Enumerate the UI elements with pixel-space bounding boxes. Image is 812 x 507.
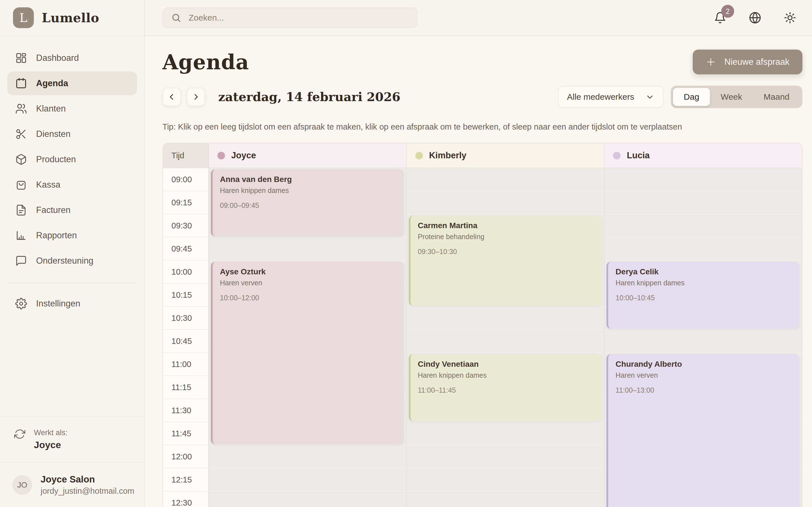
appointment-block[interactable]: Carmen MartinaProteine behandeling09:30–… (409, 216, 602, 305)
time-slot-cell[interactable] (407, 168, 604, 191)
appointment-time: 10:00–10:45 (615, 294, 792, 302)
refresh-icon (14, 429, 26, 440)
time-slot-cell[interactable] (209, 445, 406, 468)
staff-filter-value: Alle medewerkers (567, 92, 634, 102)
sidebar: L Lumello DashboardAgendaKlantenDiensten… (0, 0, 145, 507)
main-content: Agenda Nieuwe afspraak zaterdag, 14 febr… (145, 36, 812, 507)
time-slot-cell[interactable] (407, 468, 604, 492)
appointment-block[interactable]: Churandy AlbertoHaren verven11:00–13:00 (606, 354, 799, 507)
time-slot-cell[interactable] (209, 468, 406, 492)
time-slot-cell[interactable] (407, 191, 604, 214)
view-toggle-week[interactable]: Week (710, 88, 753, 106)
search-icon (171, 13, 181, 23)
time-label: 12:30 (163, 492, 208, 507)
time-slot-cell[interactable] (407, 330, 604, 353)
time-slot-cell[interactable] (605, 330, 802, 353)
previous-day-button[interactable] (162, 88, 181, 106)
time-slot-cell[interactable] (209, 492, 406, 507)
plus-icon (706, 57, 716, 67)
users-icon (15, 103, 27, 115)
time-label: 11:15 (163, 376, 208, 399)
sidebar-item-rapporten[interactable]: Rapporten (7, 224, 137, 247)
sidebar-item-label: Ondersteuning (36, 256, 93, 266)
new-appointment-button[interactable]: Nieuwe afspraak (693, 50, 802, 74)
staff-name: Kimberly (429, 151, 467, 161)
sidebar-item-agenda[interactable]: Agenda (7, 71, 137, 95)
next-day-button[interactable] (187, 88, 205, 106)
calendar: Tijd JoyceKimberlyLucia 09:0009:1509:300… (162, 143, 802, 507)
tip-text: Tip: Klik op een leeg tijdslot om een af… (162, 122, 802, 131)
sidebar-item-ondersteuning[interactable]: Ondersteuning (7, 249, 137, 273)
account-name: Joyce Salon (41, 474, 134, 485)
grid-icon (15, 52, 27, 64)
sidebar-item-klanten[interactable]: Klanten (7, 97, 137, 121)
time-slot-cell[interactable] (209, 237, 406, 261)
time-label: 11:45 (163, 422, 208, 445)
calendar-body: 09:0009:1509:3009:4510:0010:1510:3010:45… (163, 168, 802, 507)
appointment-time: 11:00–11:45 (418, 386, 594, 394)
working-as-panel[interactable]: Werkt als: Joyce (0, 416, 144, 462)
time-slot-cell[interactable] (407, 422, 604, 445)
sidebar-item-producten[interactable]: Producten (7, 148, 137, 171)
sidebar-item-diensten[interactable]: Diensten (7, 122, 137, 146)
account-panel[interactable]: JO Joyce Salon jordy_justin@hotmail.com (0, 462, 144, 507)
language-button[interactable] (749, 11, 761, 24)
time-label: 09:45 (163, 237, 208, 261)
appointment-client: Anna van den Berg (220, 175, 396, 184)
appointment-client: Ayse Ozturk (220, 267, 396, 276)
sidebar-item-label: Agenda (36, 78, 68, 89)
time-slot-cell[interactable] (407, 307, 604, 330)
staff-filter-select[interactable]: Alle medewerkers (558, 86, 663, 108)
time-slot-cell[interactable] (605, 168, 802, 191)
sidebar-item-label: Producten (36, 154, 76, 165)
time-label: 12:00 (163, 445, 208, 468)
staff-column-lucia: Derya CelikHaren knippen dames10:00–10:4… (605, 168, 802, 507)
time-label: 10:45 (163, 330, 208, 353)
gear-icon (15, 298, 27, 309)
appointment-block[interactable]: Cindy VenetiaanHaren knippen dames11:00–… (409, 354, 602, 421)
time-slot-cell[interactable] (605, 191, 802, 214)
time-label: 10:30 (163, 307, 208, 330)
appointment-service: Haren knippen dames (615, 279, 792, 287)
sidebar-item-kassa[interactable]: Kassa (7, 173, 137, 196)
appointment-block[interactable]: Ayse OzturkHaren verven10:00–12:00 (211, 262, 404, 444)
notifications-button[interactable]: 2 (714, 11, 726, 24)
search-icon (171, 13, 181, 23)
search-bar[interactable] (162, 7, 418, 28)
time-label: 11:00 (163, 353, 208, 376)
time-slot-cell[interactable] (605, 214, 802, 237)
account-email: jordy_justin@hotmail.com (41, 487, 134, 496)
time-column-header: Tijd (163, 144, 209, 168)
logo-row: L Lumello (0, 0, 144, 36)
time-label: 09:15 (163, 191, 208, 214)
time-slot-cell[interactable] (407, 492, 604, 507)
staff-column-header-joyce: Joyce (209, 144, 407, 168)
staff-column-joyce: Anna van den BergHaren knippen dames09:0… (209, 168, 407, 507)
view-toggle-maand[interactable]: Maand (753, 88, 800, 106)
chevron-down-icon (645, 93, 654, 101)
staff-column-header-kimberly: Kimberly (407, 144, 605, 168)
appointment-time: 09:30–10:30 (418, 247, 594, 256)
sidebar-item-instellingen[interactable]: Instellingen (7, 292, 137, 316)
time-slot-cell[interactable] (605, 237, 802, 261)
sidebar-item-label: Dashboard (36, 53, 79, 63)
search-input[interactable] (188, 13, 409, 23)
globe-icon (749, 11, 761, 24)
refresh-icon (14, 429, 26, 440)
appointment-block[interactable]: Anna van den BergHaren knippen dames09:0… (211, 169, 404, 236)
chevron-right-icon (191, 92, 201, 102)
theme-toggle-button[interactable] (784, 11, 796, 24)
sidebar-item-facturen[interactable]: Facturen (7, 198, 137, 222)
staff-color-dot (613, 152, 620, 159)
appointment-service: Haren verven (220, 279, 396, 287)
time-slot-cell[interactable] (407, 445, 604, 468)
sidebar-item-dashboard[interactable]: Dashboard (7, 46, 137, 70)
topbar: 2 (145, 0, 812, 36)
staff-name: Lucia (627, 151, 650, 161)
time-label: 09:30 (163, 214, 208, 237)
view-toggle-dag[interactable]: Dag (673, 88, 710, 106)
appointment-block[interactable]: Derya CelikHaren knippen dames10:00–10:4… (606, 262, 799, 329)
appointment-service: Haren knippen dames (220, 186, 396, 194)
appointment-client: Derya Celik (615, 267, 792, 276)
staff-column-header-lucia: Lucia (605, 144, 802, 168)
